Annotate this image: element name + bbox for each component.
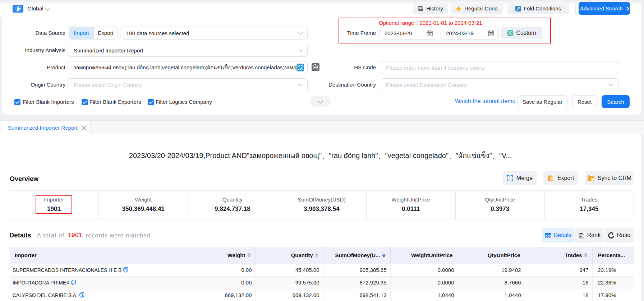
svg-text:A: A	[300, 66, 303, 71]
